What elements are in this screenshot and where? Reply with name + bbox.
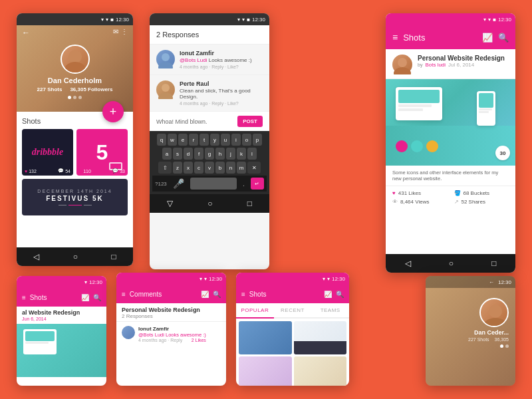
- shot-date: Jul 6, 2014: [448, 62, 474, 68]
- key-delete[interactable]: ✕: [247, 162, 261, 174]
- comment-meta-2: 4 months ago · Reply · Like?: [180, 101, 263, 106]
- signal-icon-3: ▾: [483, 17, 486, 23]
- more-icon[interactable]: ⋮: [121, 28, 128, 35]
- key-u[interactable]: u: [221, 134, 230, 146]
- post-input[interactable]: Whoa! Mind blown.: [156, 118, 233, 125]
- recent-nav-icon-2[interactable]: □: [247, 199, 252, 208]
- mail-icon[interactable]: ✉: [113, 28, 118, 35]
- chart-icon-6[interactable]: 📈: [324, 291, 332, 298]
- back-icon-7[interactable]: ←: [489, 279, 494, 285]
- key-v[interactable]: v: [205, 162, 214, 174]
- chart-icon[interactable]: 📈: [482, 33, 493, 43]
- shot-item-3[interactable]: DECEMBER 14TH 2014 FESTIVUS 5K: [22, 179, 128, 215]
- back-nav-icon[interactable]: ◁: [33, 252, 39, 261]
- fab-add-button[interactable]: +: [102, 101, 124, 122]
- key-w[interactable]: w: [168, 134, 177, 146]
- shot-small-item-3[interactable]: [239, 356, 292, 386]
- post-button[interactable]: POST: [237, 116, 263, 127]
- back-icon[interactable]: ←: [22, 28, 30, 37]
- svg-point-1: [65, 62, 86, 72]
- key-shift[interactable]: ⇧: [158, 162, 172, 174]
- partial-content-4: al Website Redesign Jun 6, 2014: [17, 307, 106, 324]
- home-nav-icon-3[interactable]: ○: [449, 259, 454, 268]
- stat-row-1: ♥ 431 Likes 🪣 68 Buckets: [392, 190, 509, 196]
- key-enter[interactable]: ↵: [251, 178, 264, 190]
- phone-comments: ▾ ▾ ■ 12:30 2 Responses Ionut Zamfir @Bo…: [150, 13, 269, 269]
- hamburger-icon-5[interactable]: ≡: [122, 291, 126, 298]
- key-r[interactable]: r: [189, 134, 198, 146]
- shot-small-item-4[interactable]: [294, 356, 347, 386]
- back-nav-icon-3[interactable]: ◁: [405, 259, 411, 268]
- key-h[interactable]: h: [215, 148, 225, 160]
- hamburger-icon-6[interactable]: ≡: [241, 291, 245, 298]
- key-l[interactable]: l: [247, 148, 257, 160]
- key-n[interactable]: n: [226, 162, 235, 174]
- status-bar-4: ▾ 12:30: [17, 276, 106, 288]
- comment-item-2: Perte Raul Clean and slick, That's a goo…: [150, 75, 269, 112]
- shot-small-item-2[interactable]: [294, 321, 347, 354]
- key-i[interactable]: i: [231, 134, 241, 146]
- phone-partial-shot: ▾ 12:30 ≡ Shots 📈 🔍 al Website Redesign …: [17, 276, 106, 386]
- shot-small-item-1[interactable]: [239, 321, 292, 354]
- shot-author-name: Bots ludi: [425, 62, 446, 68]
- shot-preview-4: [17, 324, 106, 377]
- hamburger-icon-4[interactable]: ≡: [22, 294, 26, 301]
- mic-icon[interactable]: 🎤: [173, 178, 184, 189]
- search-icon-4[interactable]: 🔍: [93, 294, 101, 301]
- key-f[interactable]: f: [194, 148, 203, 160]
- key-g[interactable]: g: [205, 148, 214, 160]
- shot-detail-header: Personal Website Redesign by Bots ludi J…: [386, 49, 515, 79]
- key-num[interactable]: ?123: [155, 181, 167, 187]
- home-nav-icon-2[interactable]: ○: [207, 199, 212, 208]
- time-display: 12:30: [116, 17, 129, 23]
- search-icon-5[interactable]: 🔍: [213, 291, 221, 298]
- tab-recent[interactable]: RECENT: [274, 303, 312, 317]
- key-z[interactable]: z: [173, 162, 182, 174]
- home-nav-icon[interactable]: ○: [73, 252, 78, 261]
- key-e[interactable]: e: [178, 134, 188, 146]
- chart-icon-4[interactable]: 📈: [81, 294, 89, 301]
- key-q[interactable]: q: [157, 134, 166, 146]
- recent-nav-icon-3[interactable]: □: [491, 259, 496, 268]
- profile-bottom-name-7: Dan Ceder...: [474, 329, 509, 336]
- key-period[interactable]: .: [243, 180, 245, 188]
- key-y[interactable]: y: [210, 134, 219, 146]
- keyboard-row-2: a s d f g h j k l: [152, 148, 267, 160]
- key-j[interactable]: j: [226, 148, 235, 160]
- key-b[interactable]: b: [215, 162, 225, 174]
- app-bar-5: ≡ Comments 📈 🔍: [116, 285, 226, 303]
- comments-small-list: Ionut Zamfir @Bots Ludi Looks awesome :)…: [116, 322, 226, 350]
- status-bar-6: ▾ ▾ 12:30: [236, 273, 349, 285]
- key-k[interactable]: k: [237, 148, 246, 160]
- comment-meta-1: 4 months ago · Reply · Like?: [180, 65, 263, 69]
- tab-teams[interactable]: TEAMS: [311, 303, 349, 317]
- recent-nav-icon[interactable]: □: [112, 252, 116, 261]
- hamburger-icon[interactable]: ≡: [392, 32, 398, 43]
- tab-popular[interactable]: POPULAR: [236, 303, 274, 319]
- key-space[interactable]: [190, 178, 237, 190]
- responses-title: 2 Responses: [156, 31, 263, 39]
- key-s[interactable]: s: [173, 148, 182, 160]
- key-c[interactable]: c: [194, 162, 203, 174]
- search-icon[interactable]: 🔍: [498, 33, 509, 43]
- shot-item-2[interactable]: 5 ♥ 110 💬 33: [76, 129, 128, 176]
- signal-icon-2: ▾: [237, 17, 240, 23]
- key-t[interactable]: t: [200, 134, 209, 146]
- search-icon-6[interactable]: 🔍: [336, 291, 344, 298]
- buckets-stat: 🪣 68 Buckets: [454, 190, 509, 196]
- comment-av-small-1: [122, 326, 135, 339]
- key-x[interactable]: x: [184, 162, 193, 174]
- chart-icon-5[interactable]: 📈: [201, 291, 209, 298]
- shots-stat: 227 Shots: [37, 86, 63, 92]
- back-nav-icon-2[interactable]: ▽: [167, 199, 173, 208]
- shot-comments-2: 💬 33: [112, 168, 125, 174]
- key-m[interactable]: m: [237, 162, 246, 174]
- profile-name: Dan Cederholm: [48, 76, 102, 84]
- key-a[interactable]: a: [162, 148, 172, 160]
- key-d[interactable]: d: [184, 148, 193, 160]
- key-o[interactable]: o: [242, 134, 251, 146]
- signal-icon-6: ▾: [323, 276, 325, 282]
- shot-item-1[interactable]: dribbble ♥ 132 💬 54: [22, 129, 73, 176]
- profile-stats: 227 Shots 36,305 Followers: [37, 86, 113, 92]
- key-p[interactable]: p: [253, 134, 262, 146]
